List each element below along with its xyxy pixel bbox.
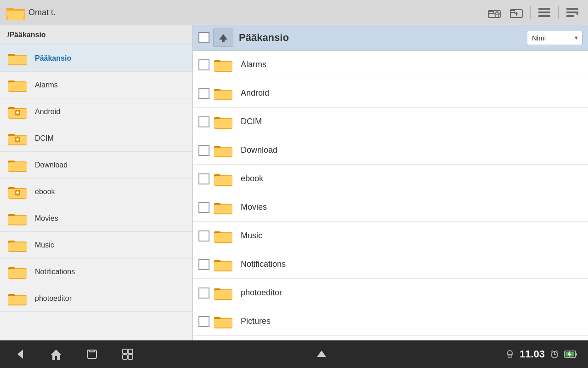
file-checkbox[interactable] bbox=[198, 259, 209, 270]
svg-rect-12 bbox=[538, 12, 550, 13]
file-row-photoeditor[interactable]: photoeditor bbox=[193, 279, 588, 307]
sidebar-item-ebook[interactable]: ebook bbox=[0, 178, 192, 205]
file-row-alarms[interactable]: Alarms bbox=[193, 51, 588, 79]
svg-rect-65 bbox=[8, 296, 27, 305]
folder-icon bbox=[7, 104, 28, 120]
file-checkbox[interactable] bbox=[198, 316, 209, 327]
sidebar-item-notifications[interactable]: Notifications bbox=[0, 259, 192, 285]
top-bar: Omat t. bbox=[0, 0, 588, 25]
sidebar-item-label: Pääkansio bbox=[35, 54, 71, 63]
file-checkbox[interactable] bbox=[198, 88, 209, 99]
folder-icon bbox=[7, 264, 28, 280]
sidebar-item-label: Android bbox=[35, 108, 60, 116]
file-row-download[interactable]: Download bbox=[193, 136, 588, 165]
back-button[interactable] bbox=[9, 343, 31, 365]
app-title: Omat t. bbox=[28, 8, 484, 17]
file-checkbox[interactable] bbox=[198, 230, 209, 242]
menu-button[interactable] bbox=[562, 2, 582, 23]
overview-button[interactable] bbox=[117, 343, 139, 365]
toolbar-divider2 bbox=[558, 6, 559, 19]
file-name: photoeditor bbox=[241, 288, 282, 298]
sidebar-items-list: Pääkansio Alarms Android bbox=[0, 45, 192, 312]
list-view-button[interactable] bbox=[534, 2, 554, 23]
folder-icon bbox=[7, 50, 28, 67]
battery-charging-icon bbox=[564, 349, 579, 359]
svg-rect-5 bbox=[488, 12, 494, 13]
file-row-music[interactable]: Music bbox=[193, 222, 588, 250]
file-row-android[interactable]: Android bbox=[193, 79, 588, 108]
scroll-up-button[interactable] bbox=[311, 343, 333, 365]
sort-wrapper: Nimi Koko Päivämäärä Tyyppi bbox=[527, 31, 582, 45]
svg-rect-105 bbox=[128, 355, 133, 359]
file-list: Alarms Android DCIM Download ebook bbox=[193, 51, 588, 336]
file-folder-icon bbox=[213, 313, 233, 330]
home-button[interactable] bbox=[45, 343, 67, 365]
current-folder-name: Pääkansio bbox=[239, 32, 527, 44]
svg-marker-106 bbox=[317, 351, 326, 357]
file-checkbox[interactable] bbox=[198, 288, 209, 299]
svg-rect-23 bbox=[8, 82, 27, 91]
folder-icon bbox=[7, 290, 28, 307]
sidebar-item-dcim[interactable]: DCIM bbox=[0, 125, 192, 152]
file-name: Notifications bbox=[241, 259, 286, 269]
file-checkbox[interactable] bbox=[198, 59, 209, 70]
file-name: Pictures bbox=[241, 316, 271, 326]
svg-rect-70 bbox=[214, 62, 232, 71]
sidebar: /Pääkansio Pääkansio Alarms Android bbox=[0, 25, 193, 340]
folder-icon bbox=[7, 184, 28, 200]
navigate-up-button[interactable] bbox=[213, 29, 233, 47]
file-name: Download bbox=[241, 145, 277, 155]
alarm-status-icon bbox=[549, 349, 560, 359]
sidebar-item-music[interactable]: Music bbox=[0, 232, 192, 259]
file-name: Music bbox=[241, 231, 262, 241]
main-content: /Pääkansio Pääkansio Alarms Android bbox=[0, 25, 588, 340]
svg-rect-59 bbox=[8, 242, 27, 251]
svg-line-115 bbox=[556, 351, 558, 351]
file-folder-icon bbox=[213, 85, 233, 102]
svg-rect-16 bbox=[566, 15, 574, 17]
file-folder-icon bbox=[213, 57, 233, 73]
sidebar-item-label: ebook bbox=[35, 188, 55, 196]
sidebar-item-download[interactable]: Download bbox=[0, 152, 192, 178]
svg-rect-101 bbox=[89, 350, 95, 352]
file-row-pictures[interactable]: Pictures bbox=[193, 307, 588, 336]
sidebar-item-label: Notifications bbox=[35, 268, 75, 276]
recents-button[interactable] bbox=[81, 343, 103, 365]
sidebar-item-paakansio[interactable]: Pääkansio bbox=[0, 45, 192, 72]
file-folder-icon bbox=[213, 285, 233, 301]
svg-rect-117 bbox=[576, 353, 577, 356]
sidebar-item-alarms[interactable]: Alarms bbox=[0, 72, 192, 98]
file-row-ebook[interactable]: ebook bbox=[193, 165, 588, 193]
file-name: Alarms bbox=[241, 60, 266, 69]
android-status-icon bbox=[505, 349, 515, 359]
sort-select[interactable]: Nimi Koko Päivämäärä Tyyppi bbox=[527, 31, 582, 45]
folder-icon bbox=[7, 157, 28, 173]
file-folder-icon bbox=[213, 228, 233, 244]
home-folder-button[interactable] bbox=[484, 2, 504, 23]
file-row-notifications[interactable]: Notifications bbox=[193, 250, 588, 279]
file-checkbox[interactable] bbox=[198, 116, 209, 127]
new-folder-button[interactable] bbox=[506, 2, 526, 23]
svg-marker-3 bbox=[6, 11, 25, 20]
sidebar-item-android[interactable]: Android bbox=[0, 98, 192, 125]
sidebar-item-movies[interactable]: Movies bbox=[0, 205, 192, 232]
clock-display: 11.03 bbox=[520, 348, 545, 360]
select-all-checkbox[interactable] bbox=[198, 32, 209, 43]
file-checkbox[interactable] bbox=[198, 202, 209, 213]
app-icon bbox=[6, 4, 24, 21]
svg-rect-62 bbox=[8, 269, 27, 278]
file-row-movies[interactable]: Movies bbox=[193, 193, 588, 222]
toolbar-actions bbox=[484, 2, 582, 23]
sidebar-item-label: DCIM bbox=[35, 134, 54, 143]
file-name: Movies bbox=[241, 202, 267, 212]
file-folder-icon bbox=[213, 199, 233, 216]
sidebar-item-photoeditor[interactable]: photoeditor bbox=[0, 285, 192, 312]
svg-rect-103 bbox=[128, 349, 133, 354]
file-row-dcim[interactable]: DCIM bbox=[193, 108, 588, 136]
svg-rect-11 bbox=[538, 8, 550, 10]
svg-rect-104 bbox=[123, 355, 127, 359]
file-name: ebook bbox=[241, 174, 263, 184]
file-checkbox[interactable] bbox=[198, 173, 209, 184]
file-checkbox[interactable] bbox=[198, 145, 209, 156]
sidebar-header: /Pääkansio bbox=[0, 25, 192, 45]
